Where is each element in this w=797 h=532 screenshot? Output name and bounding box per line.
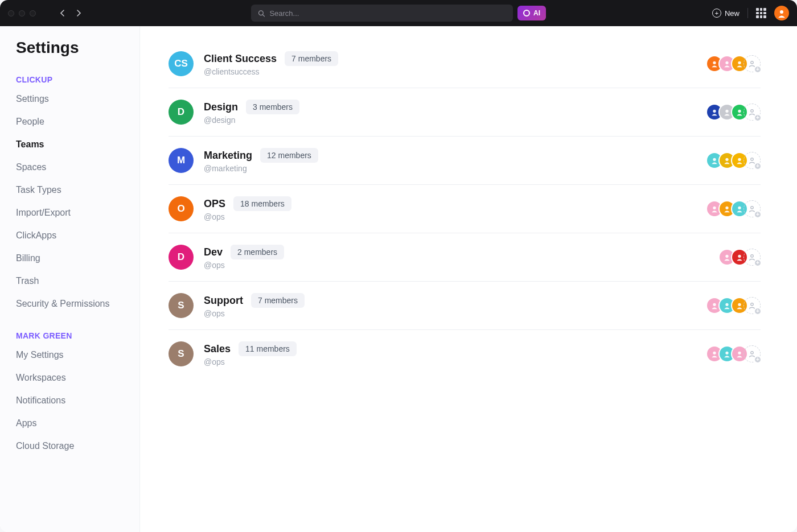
forward-button[interactable] bbox=[72, 7, 85, 19]
member-avatars: + bbox=[706, 152, 761, 169]
topbar-right: + New bbox=[712, 6, 789, 20]
app-window: AI + New Settings CLICKUP Settings Peopl… bbox=[0, 0, 797, 532]
sidebar-item-teams[interactable]: Teams bbox=[0, 133, 139, 156]
person-icon bbox=[710, 350, 718, 358]
person-icon bbox=[723, 302, 731, 310]
sidebar-item-security[interactable]: Security & Permissions bbox=[0, 292, 139, 315]
sidebar-item-trash[interactable]: Trash bbox=[0, 270, 139, 292]
person-icon bbox=[736, 60, 743, 68]
sidebar-item-settings[interactable]: Settings bbox=[0, 88, 139, 110]
team-name: OPS bbox=[204, 198, 225, 210]
plus-icon: + bbox=[754, 211, 762, 218]
page-title: Settings bbox=[0, 39, 139, 69]
person-icon bbox=[710, 205, 718, 213]
person-icon bbox=[736, 205, 743, 213]
divider bbox=[747, 8, 748, 18]
svg-point-23 bbox=[725, 303, 728, 306]
add-member-button[interactable]: + bbox=[743, 297, 761, 314]
add-member-button[interactable]: + bbox=[743, 55, 761, 72]
member-avatars: + bbox=[706, 200, 761, 217]
member-count-chip: 18 members bbox=[233, 196, 291, 211]
team-info: Design3 members@design bbox=[204, 100, 299, 125]
sidebar-item-spaces[interactable]: Spaces bbox=[0, 156, 139, 179]
close-dot[interactable] bbox=[8, 10, 14, 17]
svg-point-14 bbox=[751, 158, 754, 161]
add-member-button[interactable]: + bbox=[743, 249, 761, 266]
team-name: Client Success bbox=[204, 53, 277, 65]
new-label: New bbox=[725, 9, 740, 18]
member-count-chip: 11 members bbox=[239, 341, 297, 356]
search-icon bbox=[258, 10, 265, 17]
search-bar[interactable] bbox=[251, 5, 513, 22]
svg-point-18 bbox=[751, 207, 754, 209]
team-row[interactable]: DDesign3 members@design+ bbox=[169, 88, 761, 137]
sidebar: Settings CLICKUP Settings People Teams S… bbox=[0, 26, 140, 532]
sidebar-item-notifications[interactable]: Notifications bbox=[0, 389, 139, 412]
svg-point-13 bbox=[738, 158, 741, 161]
team-handle: @ops bbox=[204, 357, 297, 366]
search-input[interactable] bbox=[269, 9, 506, 18]
team-handle: @ops bbox=[204, 261, 284, 270]
sidebar-item-cloud-storage[interactable]: Cloud Storage bbox=[0, 435, 139, 457]
team-badge: S bbox=[169, 293, 194, 318]
add-member-button[interactable]: + bbox=[743, 345, 761, 362]
sidebar-item-task-types[interactable]: Task Types bbox=[0, 179, 139, 201]
window-controls bbox=[8, 10, 36, 17]
maximize-dot[interactable] bbox=[30, 10, 36, 17]
sidebar-item-my-settings[interactable]: My Settings bbox=[0, 344, 139, 366]
plus-icon: + bbox=[754, 114, 762, 122]
back-button[interactable] bbox=[56, 7, 69, 19]
chevron-left-icon bbox=[60, 9, 65, 17]
team-name-line: Design3 members bbox=[204, 100, 299, 114]
add-member-button[interactable]: + bbox=[743, 152, 761, 169]
user-avatar[interactable] bbox=[774, 6, 789, 20]
team-row[interactable]: MMarketing12 members@marketing+ bbox=[169, 137, 761, 185]
team-handle: @ops bbox=[204, 309, 305, 318]
person-icon bbox=[723, 350, 731, 358]
team-row[interactable]: SSupport7 members@ops+ bbox=[169, 282, 761, 330]
svg-point-12 bbox=[725, 158, 728, 161]
svg-point-24 bbox=[738, 303, 741, 306]
team-name-line: Sales11 members bbox=[204, 341, 297, 356]
svg-line-1 bbox=[263, 14, 265, 16]
sidebar-item-workspaces[interactable]: Workspaces bbox=[0, 366, 139, 389]
svg-point-4 bbox=[725, 61, 728, 64]
svg-point-7 bbox=[713, 110, 716, 113]
member-avatars: + bbox=[706, 55, 761, 72]
add-member-button[interactable]: + bbox=[743, 104, 761, 121]
team-row[interactable]: SSales11 members@ops+ bbox=[169, 330, 761, 378]
person-icon bbox=[723, 156, 731, 164]
team-handle: @marketing bbox=[204, 164, 318, 173]
sidebar-item-billing[interactable]: Billing bbox=[0, 247, 139, 270]
sidebar-item-clickapps[interactable]: ClickApps bbox=[0, 224, 139, 247]
team-row[interactable]: DDev2 members@ops+ bbox=[169, 233, 761, 282]
member-count-chip: 7 members bbox=[285, 51, 338, 66]
member-count-chip: 12 members bbox=[260, 148, 318, 163]
titlebar: AI + New bbox=[0, 0, 797, 26]
apps-grid-icon[interactable] bbox=[756, 8, 766, 18]
sidebar-item-apps[interactable]: Apps bbox=[0, 412, 139, 435]
ai-button[interactable]: AI bbox=[517, 6, 546, 20]
sidebar-item-import-export[interactable]: Import/Export bbox=[0, 201, 139, 224]
svg-point-25 bbox=[751, 303, 754, 306]
team-row[interactable]: CSClient Success7 members@clientsuccess+ bbox=[169, 48, 761, 88]
person-icon bbox=[736, 253, 743, 261]
svg-point-26 bbox=[713, 352, 716, 354]
team-name-line: Support7 members bbox=[204, 293, 305, 308]
svg-point-19 bbox=[725, 255, 728, 258]
team-badge: M bbox=[169, 148, 194, 173]
sidebar-item-people[interactable]: People bbox=[0, 110, 139, 133]
svg-point-20 bbox=[738, 255, 741, 258]
person-icon bbox=[710, 156, 718, 164]
team-badge: D bbox=[169, 245, 194, 270]
svg-point-2 bbox=[780, 10, 783, 14]
minimize-dot[interactable] bbox=[19, 10, 25, 17]
new-button[interactable]: + New bbox=[712, 9, 740, 18]
team-row[interactable]: OOPS18 members@ops+ bbox=[169, 185, 761, 233]
team-name-line: OPS18 members bbox=[204, 196, 291, 211]
team-handle: @clientsuccess bbox=[204, 67, 338, 76]
svg-point-6 bbox=[751, 61, 754, 64]
add-member-button[interactable]: + bbox=[743, 200, 761, 217]
person-icon bbox=[736, 302, 743, 310]
team-name: Dev bbox=[204, 246, 223, 258]
